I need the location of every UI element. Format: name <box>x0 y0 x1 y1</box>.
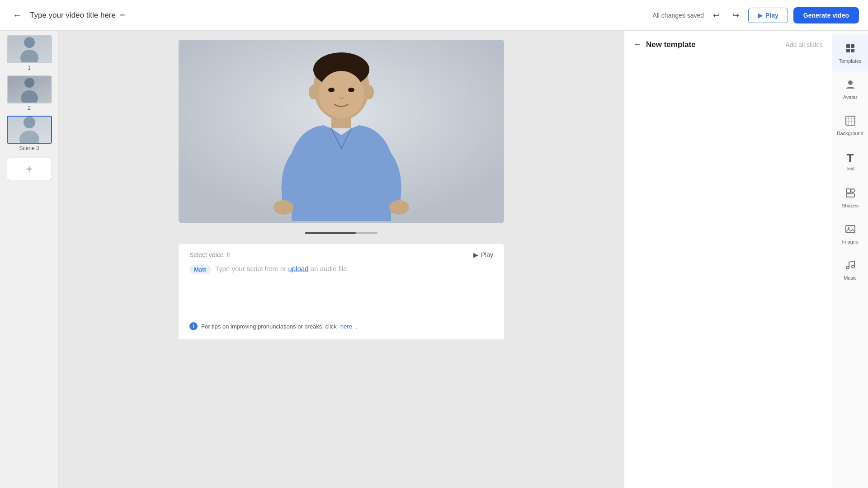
scrubber-container[interactable] <box>305 226 377 239</box>
scene1-avatar-svg <box>16 35 43 63</box>
shapes-icon <box>845 188 856 201</box>
upload-link[interactable]: upload <box>288 265 308 272</box>
svg-point-3 <box>21 90 38 103</box>
select-voice-control[interactable]: Select voice ⇅ <box>189 251 231 258</box>
back-button[interactable]: ← <box>9 8 25 22</box>
svg-rect-25 <box>846 194 854 197</box>
add-all-slides-button[interactable]: Add all slides <box>786 41 823 48</box>
script-top-bar: Select voice ⇅ ▶ Play <box>189 251 493 258</box>
canvas-area: Select voice ⇅ ▶ Play Matt Type your scr… <box>59 31 624 488</box>
play-icon-header: ▶ <box>758 12 763 19</box>
sidebar-item-text[interactable]: T Text <box>832 144 868 180</box>
template-back-button[interactable]: ← <box>633 40 642 49</box>
svg-rect-23 <box>846 189 850 193</box>
speaker-badge: Matt <box>189 265 211 274</box>
play-script-button[interactable]: ▶ Play <box>473 251 493 258</box>
svg-rect-22 <box>846 116 855 125</box>
play-script-label: Play <box>481 251 493 258</box>
template-panel-title: New template <box>646 40 696 49</box>
music-icon <box>845 260 856 273</box>
svg-point-14 <box>365 85 374 99</box>
main-layout: 1 2 <box>0 31 868 488</box>
scene2-avatar-svg <box>16 75 43 103</box>
images-icon <box>845 224 856 237</box>
svg-point-15 <box>274 200 293 215</box>
svg-point-0 <box>24 37 35 48</box>
scene-thumb-2 <box>7 75 52 103</box>
scene-thumb-inner-1 <box>8 36 51 62</box>
svg-point-1 <box>20 50 38 63</box>
svg-point-5 <box>19 131 39 144</box>
canvas-person <box>179 40 504 223</box>
person-svg <box>264 45 418 221</box>
save-status: All changes saved <box>652 12 704 19</box>
svg-point-16 <box>389 200 409 215</box>
edit-title-icon[interactable]: ✏ <box>120 11 126 19</box>
scene-label-1: 1 <box>28 65 31 71</box>
scene-item-1[interactable]: 1 <box>7 35 52 71</box>
script-text-row: Matt Type your script here or upload an … <box>189 265 493 274</box>
sidebar-item-background[interactable]: Background <box>832 108 868 144</box>
add-scene-icon: + <box>26 163 32 175</box>
svg-rect-19 <box>846 49 850 52</box>
generate-video-button[interactable]: Generate video <box>793 7 859 23</box>
tip-text: For tips on improving pronunciations or … <box>201 323 337 330</box>
svg-rect-20 <box>851 49 854 52</box>
header-left: ← Type your video title here ✏ <box>9 8 647 22</box>
script-editor[interactable]: Type your script here or upload an audio… <box>215 265 493 272</box>
play-button-header[interactable]: ▶ Play <box>748 8 788 23</box>
redo-button[interactable]: ↪ <box>729 9 743 22</box>
scenes-sidebar: 1 2 <box>0 31 59 488</box>
voice-arrow-icon: ⇅ <box>226 252 231 258</box>
undo-button[interactable]: ↩ <box>709 9 723 22</box>
svg-rect-26 <box>846 225 855 233</box>
svg-point-28 <box>846 266 849 269</box>
background-label: Background <box>837 131 863 136</box>
svg-point-13 <box>309 85 318 99</box>
select-voice-label: Select voice <box>189 251 223 258</box>
header-right: All changes saved ↩ ↪ ▶ Play Generate vi… <box>652 7 859 23</box>
shapes-label: Shapes <box>842 203 859 208</box>
right-icon-bar: Templates Avatar Background T <box>832 31 868 488</box>
tip-bar: i For tips on improving pronunciations o… <box>189 322 493 330</box>
sidebar-item-music[interactable]: Music <box>832 252 868 288</box>
templates-label: Templates <box>839 58 861 64</box>
svg-point-29 <box>852 265 854 268</box>
sidebar-item-avatar[interactable]: Avatar <box>832 71 868 108</box>
svg-rect-17 <box>846 44 850 48</box>
tip-link[interactable]: here <box>340 323 352 330</box>
scene-item-2[interactable]: 2 <box>7 75 52 111</box>
video-canvas <box>179 40 504 223</box>
video-title: Type your video title here <box>30 11 116 20</box>
template-panel-content: ← New template Add all slides <box>624 31 832 488</box>
add-scene-button[interactable]: + <box>7 158 52 180</box>
background-icon <box>845 115 856 129</box>
sidebar-item-images[interactable]: Images <box>832 216 868 252</box>
text-icon: T <box>847 152 854 164</box>
play-script-icon: ▶ <box>473 251 478 258</box>
scene-thumb-3 <box>7 116 52 144</box>
play-label-header: Play <box>765 12 778 19</box>
svg-point-12 <box>348 88 354 92</box>
scene3-avatar-svg <box>16 116 43 144</box>
scene-label-3: Scene 3 <box>19 145 39 151</box>
images-label: Images <box>842 239 858 244</box>
templates-icon <box>845 43 856 56</box>
script-empty-space[interactable] <box>189 282 493 318</box>
sidebar-item-shapes[interactable]: Shapes <box>832 180 868 216</box>
svg-rect-18 <box>851 44 854 48</box>
scrubber-bar[interactable] <box>305 232 377 234</box>
scene-item-3[interactable]: Scene 3 <box>7 116 52 151</box>
scene-label-2: 2 <box>28 105 31 111</box>
tip-period: . <box>356 323 358 330</box>
svg-point-21 <box>848 80 853 85</box>
svg-point-4 <box>24 117 35 128</box>
scene-thumb-1 <box>7 35 52 63</box>
avatar-icon <box>845 79 856 93</box>
sidebar-item-templates[interactable]: Templates <box>832 35 868 71</box>
script-panel: Select voice ⇅ ▶ Play Matt Type your scr… <box>179 244 504 339</box>
person-figure <box>264 45 418 223</box>
avatar-label: Avatar <box>843 94 858 100</box>
header: ← Type your video title here ✏ All chang… <box>0 0 868 31</box>
template-content-area <box>633 58 823 194</box>
